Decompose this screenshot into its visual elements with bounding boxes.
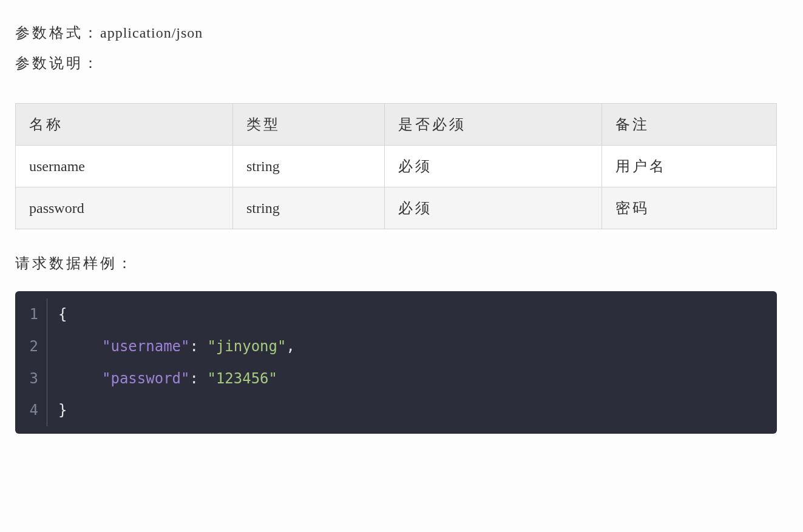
code-content: }: [47, 394, 67, 426]
cell-name: password: [16, 187, 233, 229]
params-table: 名称 类型 是否必须 备注 username string 必须 用户名 pas…: [15, 103, 777, 229]
code-content: "password": "123456": [47, 363, 277, 395]
code-line: 3 "password": "123456": [15, 363, 777, 395]
col-remark: 备注: [602, 104, 777, 146]
line-number: 4: [15, 394, 47, 426]
table-row: username string 必须 用户名: [16, 146, 777, 187]
table-header-row: 名称 类型 是否必须 备注: [16, 104, 777, 146]
code-line: 1 {: [15, 298, 777, 331]
code-line: 2 "username": "jinyong",: [15, 331, 777, 363]
line-number: 1: [15, 298, 47, 331]
line-number: 2: [15, 331, 47, 363]
sample-label: 请求数据样例：: [15, 254, 788, 273]
cell-name: username: [16, 146, 233, 187]
cell-required: 必须: [385, 146, 602, 187]
code-content: "username": "jinyong",: [47, 331, 295, 363]
param-format-value: application/json: [100, 25, 203, 41]
cell-type: string: [233, 187, 385, 229]
col-name: 名称: [16, 104, 233, 146]
code-line: 4 }: [15, 394, 777, 426]
cell-remark: 密码: [602, 187, 777, 229]
code-content: {: [47, 298, 67, 331]
cell-type: string: [233, 146, 385, 187]
param-desc-label: 参数说明：: [15, 53, 788, 73]
cell-required: 必须: [385, 187, 602, 229]
code-block: 1 { 2 "username": "jinyong", 3 "password…: [15, 291, 777, 434]
line-number: 3: [15, 363, 47, 395]
param-format-line: 参数格式：application/json: [15, 23, 788, 42]
col-required: 是否必须: [385, 104, 602, 146]
table-row: password string 必须 密码: [16, 187, 777, 229]
col-type: 类型: [233, 104, 385, 146]
param-format-label: 参数格式：: [15, 25, 100, 41]
cell-remark: 用户名: [602, 146, 777, 187]
